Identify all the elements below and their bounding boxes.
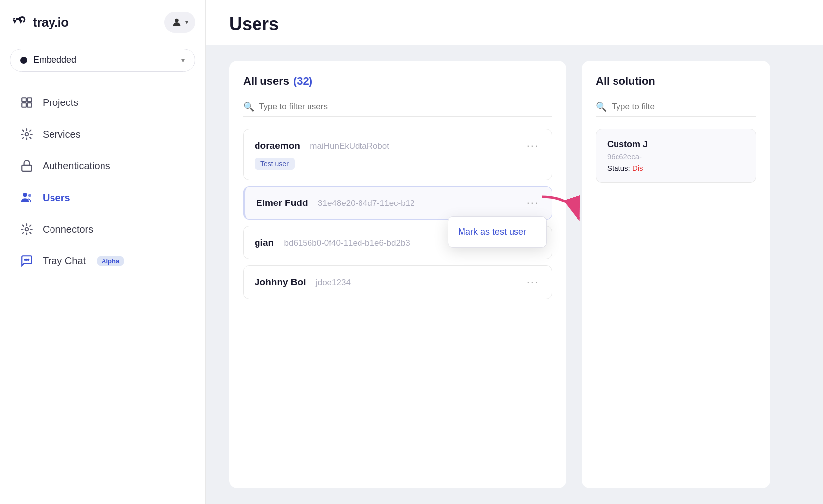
svg-point-10 [25, 259, 26, 260]
user-id: maiHunEkUdtaRobot [310, 141, 389, 151]
auth-icon [20, 159, 34, 173]
user-card-row: doraemon maiHunEkUdtaRobot ··· [255, 139, 541, 152]
user-id: 31e48e20-84d7-11ec-b12 [318, 199, 415, 208]
sidebar-header: tray.io ▾ [10, 12, 195, 33]
svg-point-0 [175, 19, 178, 22]
sidebar-item-projects[interactable]: Projects [10, 88, 195, 117]
svg-rect-4 [27, 103, 32, 107]
user-name: Johhny Boi [255, 277, 306, 287]
sidebar-item-auth-label: Authentications [43, 160, 110, 172]
user-card-elmerfudd: Elmer Fudd 31e48e20-84d7-11ec-b12 ··· [243, 186, 552, 220]
users-search-icon: 🔍 [243, 101, 254, 112]
user-menu-button-doraemon[interactable]: ··· [525, 139, 541, 152]
user-id: bd6156b0-0f40-11ed-b1e6-bd2b3 [284, 238, 410, 248]
svg-rect-6 [22, 165, 32, 171]
traychat-alpha-badge: Alpha [97, 256, 124, 266]
user-name-id-row: Johhny Boi jdoe1234 [255, 277, 351, 288]
solutions-column-header: All solution [596, 75, 756, 88]
sidebar-item-connectors[interactable]: Connectors [10, 214, 195, 244]
solution-card-status: Status: Dis [607, 164, 745, 172]
sidebar-item-users[interactable]: Users [10, 183, 195, 212]
content-area: All users (32) 🔍 doraemon maiHunEkUdtaRo… [206, 45, 823, 504]
svg-point-7 [23, 193, 27, 197]
user-menu-button-elmerfudd[interactable]: ··· [525, 197, 541, 209]
user-avatar-button[interactable]: ▾ [164, 12, 195, 33]
sidebar-nav: Projects Services Authentications [10, 88, 195, 276]
context-menu-popup: Mark as test user [448, 216, 547, 248]
sidebar-item-projects-label: Projects [43, 97, 78, 108]
connectors-icon [20, 222, 34, 236]
users-column-title: All users [243, 75, 289, 88]
svg-rect-1 [22, 98, 26, 102]
user-card-doraemon: doraemon maiHunEkUdtaRobot ··· Test user [243, 129, 552, 180]
sidebar-item-connectors-label: Connectors [43, 224, 93, 235]
solutions-filter-row: 🔍 [596, 98, 756, 117]
svg-point-11 [26, 259, 27, 260]
workspace-dot [20, 57, 27, 64]
services-icon [20, 127, 34, 141]
avatar-chevron-icon: ▾ [185, 19, 188, 26]
svg-rect-2 [27, 98, 32, 102]
solutions-column-title: All solution [596, 75, 655, 88]
users-count-badge: (32) [293, 75, 312, 88]
page-title: Users [229, 14, 799, 35]
user-name-id-row: Elmer Fudd 31e48e20-84d7-11ec-b12 [256, 198, 415, 208]
users-filter-input[interactable] [259, 102, 552, 112]
user-name: gian [255, 237, 274, 248]
sidebar-item-traychat[interactable]: Tray Chat Alpha [10, 246, 195, 276]
user-card-row: Johhny Boi jdoe1234 ··· [255, 276, 541, 289]
svg-point-12 [28, 259, 29, 260]
solution-card-id: 96c62eca- [607, 152, 745, 161]
users-column: All users (32) 🔍 doraemon maiHunEkUdtaRo… [229, 61, 566, 488]
user-id: jdoe1234 [316, 278, 351, 287]
user-card-row: Elmer Fudd 31e48e20-84d7-11ec-b12 ··· [256, 197, 541, 209]
user-name-id-row: doraemon maiHunEkUdtaRobot [255, 140, 389, 151]
sidebar-item-users-label: Users [43, 192, 70, 203]
user-card-johhnyboi: Johhny Boi jdoe1234 ··· [243, 265, 552, 299]
user-name-id-row: gian bd6156b0-0f40-11ed-b1e6-bd2b3 [255, 237, 410, 248]
traychat-icon [20, 254, 34, 268]
sidebar-item-services[interactable]: Services [10, 119, 195, 149]
solutions-search-icon: 🔍 [596, 101, 607, 112]
sidebar-item-authentications[interactable]: Authentications [10, 151, 195, 181]
svg-point-9 [25, 228, 29, 231]
user-menu-button-johhnyboi[interactable]: ··· [525, 276, 541, 289]
trayio-logo-icon [10, 13, 29, 32]
user-icon [171, 17, 182, 28]
sidebar-item-traychat-label: Tray Chat [43, 255, 86, 267]
solution-card: Custom J 96c62eca- Status: Dis [596, 129, 756, 183]
main-content: Users All users (32) 🔍 doraemon maiHunEk [206, 0, 823, 504]
solution-card-title: Custom J [607, 139, 745, 150]
workspace-chevron-icon: ▾ [181, 56, 185, 64]
users-column-header: All users (32) [243, 75, 552, 88]
workspace-name: Embedded [33, 55, 181, 65]
mark-as-test-user-item[interactable]: Mark as test user [448, 220, 546, 244]
svg-point-5 [25, 133, 29, 136]
logo-area: tray.io [10, 13, 69, 32]
sidebar-item-services-label: Services [43, 129, 81, 140]
user-name: doraemon [255, 140, 300, 151]
user-cards-list: doraemon maiHunEkUdtaRobot ··· Test user… [243, 129, 552, 299]
sidebar: tray.io ▾ Embedded ▾ Proje [0, 0, 206, 504]
test-user-badge: Test user [255, 158, 295, 170]
status-label: Status: [607, 164, 630, 172]
solutions-column: All solution 🔍 Custom J 96c62eca- Status… [582, 61, 770, 488]
svg-point-8 [28, 194, 31, 197]
users-filter-row: 🔍 [243, 98, 552, 117]
test-user-badge-row: Test user [255, 156, 541, 170]
workspace-selector[interactable]: Embedded ▾ [10, 49, 195, 72]
projects-icon [20, 96, 34, 109]
svg-rect-3 [22, 103, 26, 107]
solutions-filter-input[interactable] [612, 102, 756, 112]
page-header: Users [206, 0, 823, 45]
users-icon [20, 191, 34, 204]
user-name: Elmer Fudd [256, 198, 308, 208]
logo-text: tray.io [33, 15, 69, 30]
status-value: Dis [632, 164, 643, 172]
